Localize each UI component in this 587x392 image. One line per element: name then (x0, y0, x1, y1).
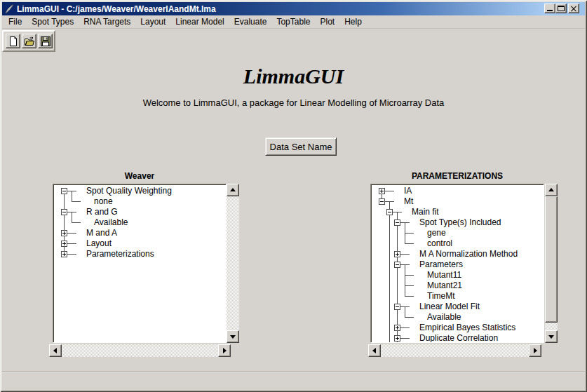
tree-connector-line (389, 228, 390, 238)
tree-node-ia[interactable]: IA (404, 186, 412, 196)
open-file-button[interactable] (22, 34, 36, 48)
expand-toggle-icon[interactable] (61, 241, 67, 247)
tree-node-empirical-bayes-statistics[interactable]: Empirical Bayes Statistics (419, 323, 515, 333)
tree-node-control[interactable]: control (427, 238, 452, 249)
collapse-toggle-icon[interactable] (386, 209, 393, 215)
status-bar (2, 373, 585, 390)
tree-node-none[interactable]: none (94, 196, 113, 207)
scroll-left-button[interactable] (49, 344, 62, 357)
tree-node-spot-quality-weighting[interactable]: Spot Quality Weighting (86, 186, 172, 196)
arrow-right-icon (534, 348, 537, 353)
expand-toggle-icon[interactable] (394, 325, 400, 331)
menu-toptable[interactable]: TopTable (271, 16, 315, 28)
tree-row-main-fit: Main fit (372, 207, 542, 217)
tree-node-timemt[interactable]: TimeMt (427, 291, 455, 302)
parameterizations-vscroll-track[interactable] (545, 184, 558, 343)
tree-row-spot-type-s-included: Spot Type(s) Included (372, 217, 542, 228)
tree-connector-line (64, 217, 65, 228)
title-bar[interactable]: LimmaGUI - C:/james/Weaver/WeaverIAandMt… (2, 2, 585, 15)
collapse-toggle-icon[interactable] (61, 188, 67, 194)
tree-connector-line (389, 323, 390, 333)
scroll-right-button[interactable] (218, 344, 231, 357)
collapse-toggle-icon[interactable] (379, 198, 385, 205)
expand-toggle-icon[interactable] (61, 251, 67, 257)
scroll-up-button[interactable] (227, 184, 239, 196)
tree-row-timemt: TimeMt (372, 291, 542, 302)
tree-node-duplicate-correlation[interactable]: Duplicate Correlation (419, 333, 498, 343)
tree-connector-line (397, 270, 398, 281)
collapse-toggle-icon[interactable] (394, 219, 400, 226)
tree-connector-line (389, 217, 390, 228)
app-window: LimmaGUI - C:/james/Weaver/WeaverIAandMt… (0, 0, 587, 392)
tree-connector-line (405, 275, 414, 276)
close-button[interactable] (568, 4, 579, 13)
parameterizations-hscroll-track[interactable] (368, 344, 541, 357)
data-set-name-button[interactable]: Data Set Name (265, 137, 337, 156)
menu-plot[interactable]: Plot (315, 16, 339, 28)
menu-spot-types[interactable]: Spot Types (27, 16, 79, 28)
tree-node-mutant21[interactable]: Mutant21 (427, 281, 462, 291)
tree-connector-line (405, 285, 405, 291)
menu-help[interactable]: Help (339, 16, 367, 28)
tree-node-m-a-normalization-method[interactable]: M A Normalization Method (419, 249, 518, 259)
tree-row-empirical-bayes-statistics: Empirical Bayes Statistics (372, 323, 542, 333)
tree-node-mt[interactable]: Mt (404, 196, 413, 207)
tree-row-parameters: Parameters (372, 259, 542, 270)
tree-node-available[interactable]: Available (427, 312, 461, 323)
tree-row-available: Available (55, 217, 224, 228)
tree-node-spot-type-s-included[interactable]: Spot Type(s) Included (419, 217, 501, 228)
menu-evaluate[interactable]: Evaluate (229, 16, 272, 28)
vscroll-thumb[interactable] (545, 196, 558, 323)
tree-node-mutant11[interactable]: Mutant11 (427, 270, 461, 281)
collapse-toggle-icon[interactable] (61, 209, 67, 215)
collapse-toggle-icon[interactable] (394, 262, 400, 268)
minimize-button[interactable] (544, 4, 555, 13)
tree-node-layout[interactable]: Layout (86, 238, 112, 249)
new-file-button[interactable] (6, 34, 20, 48)
expand-toggle-icon[interactable] (394, 335, 400, 342)
tree-node-m-and-a[interactable]: M and A (86, 228, 117, 238)
app-icon[interactable] (4, 4, 14, 14)
scroll-up-button[interactable] (545, 184, 558, 196)
parameterizations-heading: PARAMETERIZATIONS (370, 171, 544, 181)
tree-node-main-fit[interactable]: Main fit (412, 207, 439, 217)
menu-rna-targets[interactable]: RNA Targets (79, 16, 135, 28)
tree-node-parameterizations[interactable]: Parameterizations (86, 249, 154, 259)
tree-connector-line (389, 249, 390, 259)
arrow-down-icon (230, 335, 236, 339)
tree-row-available: Available (372, 312, 542, 323)
scroll-right-button[interactable] (529, 344, 541, 357)
scroll-down-button[interactable] (227, 330, 239, 343)
tree-node-available[interactable]: Available (94, 217, 128, 228)
tree-row-mutant21: Mutant21 (372, 281, 542, 291)
tree-connector-line (405, 317, 414, 318)
scroll-left-button[interactable] (368, 344, 381, 357)
tree-connector-line (405, 281, 405, 285)
menu-layout[interactable]: Layout (135, 16, 170, 28)
expand-toggle-icon[interactable] (379, 188, 385, 194)
tree-node-r-and-g[interactable]: R and G (86, 207, 118, 217)
menu-file[interactable]: File (4, 16, 27, 28)
tree-connector-line (405, 233, 405, 238)
tree-node-gene[interactable]: gene (427, 228, 446, 238)
collapse-toggle-icon[interactable] (394, 304, 400, 310)
tree-connector-line (389, 201, 390, 207)
tree-connector-line (389, 281, 390, 291)
scroll-down-button[interactable] (545, 330, 558, 343)
tree-node-parameters[interactable]: Parameters (419, 259, 463, 270)
menu-linear-model[interactable]: Linear Model (170, 16, 229, 28)
minimize-icon (547, 10, 553, 11)
maximize-button[interactable] (555, 4, 567, 13)
weaver-hscroll-track[interactable] (49, 344, 231, 357)
expand-toggle-icon[interactable] (61, 230, 67, 236)
welcome-text: Welcome to LimmaGUI, a package for Linea… (0, 97, 587, 108)
save-file-button[interactable] (38, 34, 53, 48)
weaver-vscroll-track[interactable] (227, 184, 239, 343)
expand-toggle-icon[interactable] (394, 251, 400, 257)
tree-connector-line (72, 201, 81, 202)
tree-node-linear-model-fit[interactable]: Linear Model Fit (419, 302, 480, 312)
arrow-left-icon (372, 348, 376, 353)
tree-connector-line (397, 312, 398, 323)
tree-connector-line (405, 296, 414, 297)
save-floppy-icon (40, 36, 51, 47)
